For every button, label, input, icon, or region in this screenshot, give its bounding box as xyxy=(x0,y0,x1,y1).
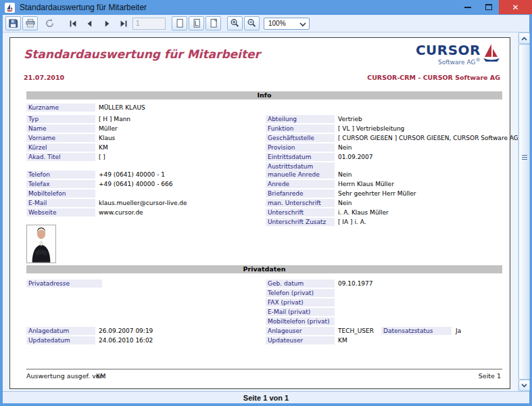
field-row: manuelle Anrede Nein xyxy=(266,171,506,180)
field-value: [ H ] Mann xyxy=(99,115,130,123)
field-label: Abteilung xyxy=(266,115,335,123)
privatdaten-section-bar: Privatdaten xyxy=(26,265,502,273)
field-label: Telefon xyxy=(26,171,95,179)
preview-area: Standardauswertung für Mitarbeiter 21.07… xyxy=(3,32,529,391)
scroll-grip xyxy=(522,155,527,161)
status-text: Seite 1 von 1 xyxy=(243,394,289,402)
toolbar: 100% xyxy=(3,15,529,32)
last-page-button[interactable] xyxy=(116,16,131,30)
field-label: Name xyxy=(26,125,95,133)
info-right-fields: Abteilung Vertrieb Funktion [ VL ] Vertr… xyxy=(266,115,506,172)
field-label: Webseite xyxy=(26,208,95,217)
field-label: Akad. Titel xyxy=(26,153,95,161)
field-value: [ IA ] i. A. xyxy=(338,218,366,226)
minimize-icon xyxy=(464,7,471,8)
page-number-input[interactable] xyxy=(132,18,166,30)
field-row: Provision Nein xyxy=(266,143,506,153)
field-value: Nein xyxy=(338,143,352,152)
report-page: Standardauswertung für Mitarbeiter 21.07… xyxy=(9,37,510,389)
field-value: klaus.mueller@cursor-live.de xyxy=(99,199,187,207)
field-label: Geschäftsstelle xyxy=(266,134,335,142)
page-fold-icon xyxy=(208,18,219,28)
employee-photo xyxy=(26,225,56,263)
field-label: Unterschrift xyxy=(266,208,335,217)
cursor-logo: CURSOR Software AG® xyxy=(416,43,500,66)
info-section-bar: Info xyxy=(26,91,502,99)
anrede-right-fields: manuelle Anrede Nein Anrede Herrn Klaus … xyxy=(266,171,506,227)
field-value: Nein xyxy=(338,171,352,179)
field-label: Mobiltelefon xyxy=(26,189,95,198)
field-value: +49 (0641) 40000 - 1 xyxy=(99,171,165,179)
field-row: Vorname Klaus xyxy=(26,134,263,143)
field-row: Unterschrift Zusatz [ IA ] i. A. xyxy=(266,218,506,227)
field-label: FAX (privat) xyxy=(266,298,335,307)
field-value: Nein xyxy=(338,199,352,207)
field-value: Vertrieb xyxy=(338,115,362,123)
field-label: Telefon (privat) xyxy=(266,289,335,297)
field-value: www.cursor.de xyxy=(99,208,143,217)
field-value: KM xyxy=(99,143,108,152)
field-row: Telefon +49 (0641) 40000 - 1 xyxy=(26,171,263,180)
window-controls: ✕ xyxy=(457,0,532,14)
first-page-button[interactable] xyxy=(65,16,80,30)
field-label: Briefanrede xyxy=(266,189,335,198)
field-row: Geb. datum 09.10.1977 xyxy=(266,279,506,289)
field-label: Anrede xyxy=(266,180,335,188)
page-margin-button[interactable] xyxy=(189,16,204,30)
save-icon xyxy=(8,18,18,28)
field-row: Telefon (privat) xyxy=(266,289,506,298)
page-single-button[interactable] xyxy=(172,16,187,30)
minimize-button[interactable] xyxy=(457,0,478,14)
report-date: 21.07.2010 xyxy=(24,74,64,81)
maximize-button[interactable] xyxy=(478,0,499,14)
prev-page-button[interactable] xyxy=(82,16,97,30)
page-fold-button[interactable] xyxy=(205,16,221,30)
field-row: Anrede Herrn Klaus Müller xyxy=(266,180,506,189)
zoom-level-select[interactable]: 100% xyxy=(264,18,310,30)
field-value: [ VL ] Vertriebsleitung xyxy=(338,125,404,133)
field-value: Ja xyxy=(456,327,461,335)
registered-mark: ® xyxy=(476,57,481,63)
zoom-in-button[interactable] xyxy=(227,16,243,30)
field-label: Austrittsdatum xyxy=(266,162,335,171)
field-row: Updatedatum 24.06.2010 16:02 xyxy=(26,336,263,346)
meta-left-fields: Anlagedatum 26.09.2007 09:19 Updatedatum… xyxy=(26,327,263,346)
kurzname-row: Kurzname MÜLLER KLAUS xyxy=(26,104,263,113)
datensatzstatus-row: Datensatzstatus Ja xyxy=(381,327,506,336)
refresh-icon xyxy=(45,18,55,28)
info-left-fields: Typ [ H ] Mann Name Müller Vorname Klaus… xyxy=(26,115,263,162)
field-value: 24.06.2010 16:02 xyxy=(99,336,153,344)
sailboat-icon xyxy=(483,43,500,62)
print-button[interactable] xyxy=(22,16,38,30)
field-label: Privatadresse xyxy=(26,279,102,288)
close-button[interactable]: ✕ xyxy=(499,0,532,14)
app-window: Standardauswertung für Mitarbeiter ✕ xyxy=(0,0,532,406)
field-row: man. Unterschrift Nein xyxy=(266,199,506,208)
next-page-button[interactable] xyxy=(99,16,114,30)
chevron-down-icon xyxy=(299,22,306,27)
zoom-out-button[interactable] xyxy=(244,16,260,30)
scroll-thumb[interactable] xyxy=(518,44,530,380)
vertical-scrollbar[interactable] xyxy=(518,32,529,391)
field-label: Geb. datum xyxy=(266,279,335,288)
field-value: Klaus xyxy=(99,134,115,142)
refresh-button[interactable] xyxy=(42,16,57,30)
logo-brand: CURSOR xyxy=(416,43,481,57)
field-label: Anlagedatum xyxy=(26,327,95,335)
save-button[interactable] xyxy=(5,16,21,30)
first-page-icon xyxy=(68,19,78,28)
footer-label: Auswertung ausgef. von: xyxy=(26,372,106,380)
scroll-down-button[interactable] xyxy=(518,380,530,391)
field-row: Funktion [ VL ] Vertriebsleitung xyxy=(266,125,506,134)
field-row: Anlagedatum 26.09.2007 09:19 xyxy=(26,327,263,336)
zoom-in-icon xyxy=(230,18,240,28)
scroll-up-button[interactable] xyxy=(518,32,530,44)
field-row: Akad. Titel [ ] xyxy=(26,153,263,162)
field-value: i. A. Klaus Müller xyxy=(338,208,389,217)
next-page-icon xyxy=(102,19,112,28)
field-label: Typ xyxy=(26,115,95,123)
field-row: Kurzname MÜLLER KLAUS xyxy=(26,104,263,113)
field-row: Mobiltelefon xyxy=(26,189,263,199)
field-row: Mobiltelefon (privat) xyxy=(266,317,506,327)
field-value: [ CURSOR GIEßEN ] CURSOR GIEßEN, CURSOR … xyxy=(338,134,518,142)
